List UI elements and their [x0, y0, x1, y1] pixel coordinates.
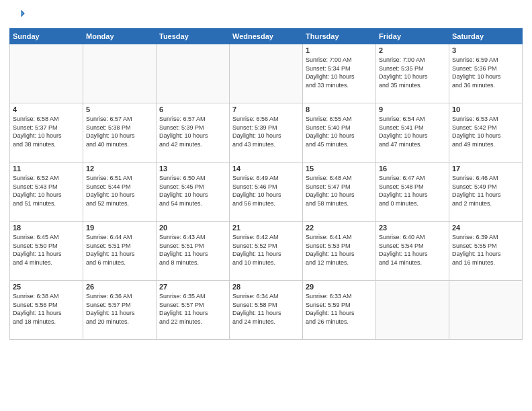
calendar-cell: 26Sunrise: 6:36 AM Sunset: 5:57 PM Dayli… — [83, 281, 157, 340]
day-info: Sunrise: 6:51 AM Sunset: 5:44 PM Dayligh… — [86, 174, 153, 208]
calendar-cell — [449, 281, 523, 340]
day-number: 20 — [159, 224, 226, 232]
day-info: Sunrise: 6:46 AM Sunset: 5:49 PM Dayligh… — [452, 174, 519, 208]
day-number: 21 — [232, 224, 300, 232]
calendar-cell: 11Sunrise: 6:52 AM Sunset: 5:43 PM Dayli… — [10, 163, 83, 222]
day-info: Sunrise: 6:53 AM Sunset: 5:42 PM Dayligh… — [452, 115, 519, 148]
calendar-cell: 4Sunrise: 6:58 AM Sunset: 5:37 PM Daylig… — [10, 103, 83, 163]
day-number: 2 — [379, 46, 446, 54]
day-info: Sunrise: 6:40 AM Sunset: 5:54 PM Dayligh… — [379, 233, 446, 267]
day-info: Sunrise: 6:41 AM Sunset: 5:53 PM Dayligh… — [306, 233, 373, 267]
day-info: Sunrise: 6:39 AM Sunset: 5:55 PM Dayligh… — [452, 233, 519, 267]
day-number: 12 — [86, 165, 153, 173]
day-number: 9 — [379, 105, 446, 113]
day-info: Sunrise: 7:00 AM Sunset: 5:34 PM Dayligh… — [306, 56, 373, 89]
day-number: 16 — [379, 165, 446, 173]
day-info: Sunrise: 6:55 AM Sunset: 5:40 PM Dayligh… — [306, 115, 373, 148]
day-number: 19 — [86, 224, 153, 232]
calendar-cell: 9Sunrise: 6:54 AM Sunset: 5:41 PM Daylig… — [376, 103, 449, 163]
week-row-3: 11Sunrise: 6:52 AM Sunset: 5:43 PM Dayli… — [10, 163, 523, 222]
day-number: 29 — [306, 283, 373, 291]
calendar-cell: 10Sunrise: 6:53 AM Sunset: 5:42 PM Dayli… — [449, 103, 523, 163]
day-number: 26 — [86, 283, 153, 291]
day-number: 4 — [13, 105, 80, 113]
calendar-cell: 7Sunrise: 6:56 AM Sunset: 5:39 PM Daylig… — [230, 103, 303, 163]
weekday-header-wednesday: Wednesday — [230, 29, 303, 44]
calendar-cell: 12Sunrise: 6:51 AM Sunset: 5:44 PM Dayli… — [83, 163, 157, 222]
day-info: Sunrise: 6:38 AM Sunset: 5:56 PM Dayligh… — [13, 292, 80, 326]
logo — [9, 7, 26, 24]
day-info: Sunrise: 6:54 AM Sunset: 5:41 PM Dayligh… — [379, 115, 446, 148]
day-info: Sunrise: 6:52 AM Sunset: 5:43 PM Dayligh… — [13, 174, 80, 208]
day-info: Sunrise: 7:00 AM Sunset: 5:35 PM Dayligh… — [379, 56, 446, 89]
calendar-cell: 14Sunrise: 6:49 AM Sunset: 5:46 PM Dayli… — [230, 163, 303, 222]
day-number: 23 — [379, 224, 446, 232]
day-info: Sunrise: 6:59 AM Sunset: 5:36 PM Dayligh… — [452, 56, 519, 89]
calendar-cell: 20Sunrise: 6:43 AM Sunset: 5:51 PM Dayli… — [157, 222, 230, 281]
day-info: Sunrise: 6:49 AM Sunset: 5:46 PM Dayligh… — [232, 174, 300, 208]
day-info: Sunrise: 6:50 AM Sunset: 5:45 PM Dayligh… — [159, 174, 226, 208]
day-info: Sunrise: 6:36 AM Sunset: 5:57 PM Dayligh… — [86, 292, 153, 326]
calendar-cell: 18Sunrise: 6:45 AM Sunset: 5:50 PM Dayli… — [10, 222, 83, 281]
weekday-header-saturday: Saturday — [449, 29, 523, 44]
weekday-header-friday: Friday — [376, 29, 449, 44]
calendar-page: SundayMondayTuesdayWednesdayThursdayFrid… — [0, 0, 532, 411]
day-number: 3 — [452, 46, 519, 54]
calendar-cell: 19Sunrise: 6:44 AM Sunset: 5:51 PM Dayli… — [83, 222, 157, 281]
day-info: Sunrise: 6:48 AM Sunset: 5:47 PM Dayligh… — [306, 174, 373, 208]
calendar-cell — [10, 44, 83, 103]
week-row-5: 25Sunrise: 6:38 AM Sunset: 5:56 PM Dayli… — [10, 281, 523, 340]
calendar-cell: 22Sunrise: 6:41 AM Sunset: 5:53 PM Dayli… — [303, 222, 376, 281]
weekday-header-tuesday: Tuesday — [157, 29, 230, 44]
day-number: 25 — [13, 283, 80, 291]
day-info: Sunrise: 6:44 AM Sunset: 5:51 PM Dayligh… — [86, 233, 153, 267]
day-number: 11 — [13, 165, 80, 173]
weekday-header-monday: Monday — [83, 29, 157, 44]
calendar-cell: 13Sunrise: 6:50 AM Sunset: 5:45 PM Dayli… — [157, 163, 230, 222]
day-number: 18 — [13, 224, 80, 232]
calendar-cell: 21Sunrise: 6:42 AM Sunset: 5:52 PM Dayli… — [230, 222, 303, 281]
day-info: Sunrise: 6:57 AM Sunset: 5:39 PM Dayligh… — [159, 115, 226, 148]
day-info: Sunrise: 6:58 AM Sunset: 5:37 PM Dayligh… — [13, 115, 80, 148]
day-info: Sunrise: 6:56 AM Sunset: 5:39 PM Dayligh… — [232, 115, 300, 148]
calendar-cell: 1Sunrise: 7:00 AM Sunset: 5:34 PM Daylig… — [303, 44, 376, 103]
day-number: 8 — [306, 105, 373, 113]
calendar-cell: 27Sunrise: 6:35 AM Sunset: 5:57 PM Dayli… — [157, 281, 230, 340]
calendar-cell — [230, 44, 303, 103]
calendar-cell: 16Sunrise: 6:47 AM Sunset: 5:48 PM Dayli… — [376, 163, 449, 222]
day-info: Sunrise: 6:35 AM Sunset: 5:57 PM Dayligh… — [159, 292, 226, 326]
calendar-cell: 6Sunrise: 6:57 AM Sunset: 5:39 PM Daylig… — [157, 103, 230, 163]
calendar-table: SundayMondayTuesdayWednesdayThursdayFrid… — [9, 28, 523, 340]
calendar-cell: 8Sunrise: 6:55 AM Sunset: 5:40 PM Daylig… — [303, 103, 376, 163]
calendar-cell — [157, 44, 230, 103]
calendar-cell: 15Sunrise: 6:48 AM Sunset: 5:47 PM Dayli… — [303, 163, 376, 222]
calendar-cell — [83, 44, 157, 103]
calendar-cell: 25Sunrise: 6:38 AM Sunset: 5:56 PM Dayli… — [10, 281, 83, 340]
weekday-header-sunday: Sunday — [10, 29, 83, 44]
day-info: Sunrise: 6:34 AM Sunset: 5:58 PM Dayligh… — [232, 292, 300, 326]
week-row-2: 4Sunrise: 6:58 AM Sunset: 5:37 PM Daylig… — [10, 103, 523, 163]
calendar-cell: 28Sunrise: 6:34 AM Sunset: 5:58 PM Dayli… — [230, 281, 303, 340]
day-number: 27 — [159, 283, 226, 291]
day-number: 15 — [306, 165, 373, 173]
calendar-cell: 24Sunrise: 6:39 AM Sunset: 5:55 PM Dayli… — [449, 222, 523, 281]
day-info: Sunrise: 6:45 AM Sunset: 5:50 PM Dayligh… — [13, 233, 80, 267]
day-number: 10 — [452, 105, 519, 113]
calendar-cell: 23Sunrise: 6:40 AM Sunset: 5:54 PM Dayli… — [376, 222, 449, 281]
day-number: 24 — [452, 224, 519, 232]
calendar-cell — [376, 281, 449, 340]
weekday-header-thursday: Thursday — [303, 29, 376, 44]
day-number: 14 — [232, 165, 300, 173]
day-number: 28 — [232, 283, 300, 291]
logo-icon — [11, 7, 26, 21]
day-number: 7 — [232, 105, 300, 113]
day-number: 17 — [452, 165, 519, 173]
day-number: 13 — [159, 165, 226, 173]
weekday-header-row: SundayMondayTuesdayWednesdayThursdayFrid… — [10, 29, 523, 44]
calendar-cell: 2Sunrise: 7:00 AM Sunset: 5:35 PM Daylig… — [376, 44, 449, 103]
day-number: 6 — [159, 105, 226, 113]
day-info: Sunrise: 6:33 AM Sunset: 5:59 PM Dayligh… — [306, 292, 373, 326]
calendar-cell: 17Sunrise: 6:46 AM Sunset: 5:49 PM Dayli… — [449, 163, 523, 222]
day-info: Sunrise: 6:47 AM Sunset: 5:48 PM Dayligh… — [379, 174, 446, 208]
week-row-1: 1Sunrise: 7:00 AM Sunset: 5:34 PM Daylig… — [10, 44, 523, 103]
